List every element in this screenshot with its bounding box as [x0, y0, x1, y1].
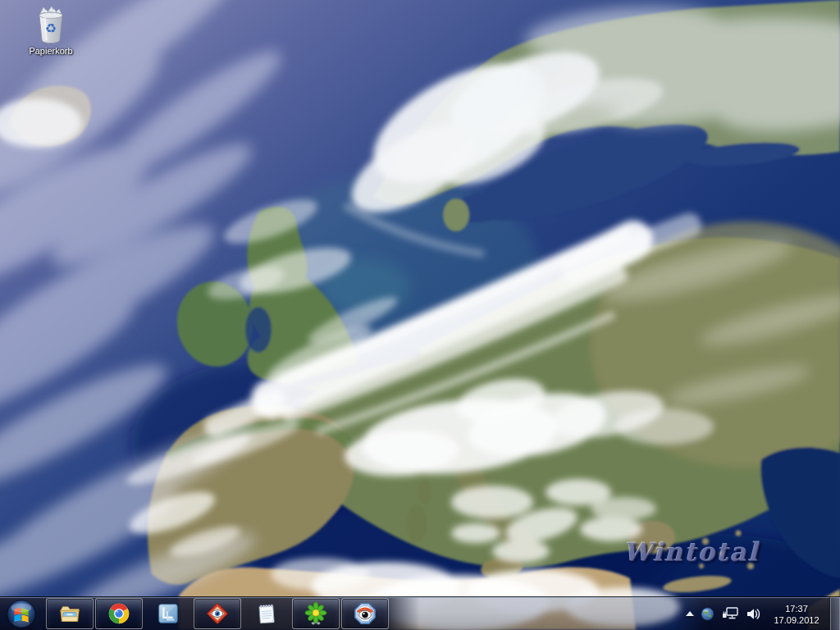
system-tray: 17:37 17.09.2012 — [686, 597, 829, 630]
recycle-bin-desktop-icon[interactable]: ♻ Papierkorb — [21, 5, 80, 56]
taskbar-button-image-viewer[interactable] — [341, 598, 389, 629]
taskbar-button-irfanview[interactable] — [194, 598, 241, 629]
taskbar-button-google-chrome[interactable] — [95, 598, 143, 629]
octagon-eye-icon — [353, 601, 377, 626]
blue-glass-app-icon — [156, 601, 180, 626]
wired-network-icon — [721, 606, 739, 621]
svg-text:♻: ♻ — [45, 21, 57, 36]
taskbar: 17:37 17.09.2012 — [0, 597, 840, 630]
windows-start-orb-icon — [6, 599, 37, 630]
tray-network-status[interactable] — [721, 606, 739, 621]
tray-volume[interactable] — [746, 607, 761, 621]
recycle-bin-label: Papierkorb — [21, 46, 80, 56]
desktop: ♻ Papierkorb Wintotal — [0, 0, 840, 630]
taskbar-app-buttons — [46, 598, 389, 629]
icq-flower-icon — [304, 601, 328, 626]
taskbar-button-notepad[interactable] — [243, 598, 290, 629]
globe-icon — [701, 607, 714, 621]
wallpaper-watermark: Wintotal — [623, 537, 760, 567]
wallpaper-satellite-europe-icon — [0, 0, 840, 630]
chrome-icon — [107, 601, 131, 626]
chevron-up-icon — [686, 611, 694, 616]
clock-time: 17:37 — [768, 603, 825, 614]
taskbar-button-icq[interactable] — [292, 598, 340, 629]
explorer-folder-icon — [57, 601, 82, 626]
irfanview-eye-diamond-icon — [205, 601, 230, 626]
taskbar-button-windows-explorer[interactable] — [46, 598, 94, 629]
show-desktop-button[interactable] — [829, 597, 840, 630]
taskbar-button-blue-glass-app[interactable] — [144, 598, 192, 629]
notepad-icon — [254, 601, 279, 626]
tray-globe-app[interactable] — [701, 607, 714, 621]
recycle-bin-full-icon: ♻ — [33, 5, 69, 44]
tray-clock[interactable]: 17:37 17.09.2012 — [768, 602, 825, 626]
clock-date: 17.09.2012 — [768, 614, 825, 626]
speaker-icon — [746, 607, 761, 621]
show-hidden-icons-button[interactable] — [686, 611, 694, 616]
start-button[interactable] — [6, 599, 37, 630]
